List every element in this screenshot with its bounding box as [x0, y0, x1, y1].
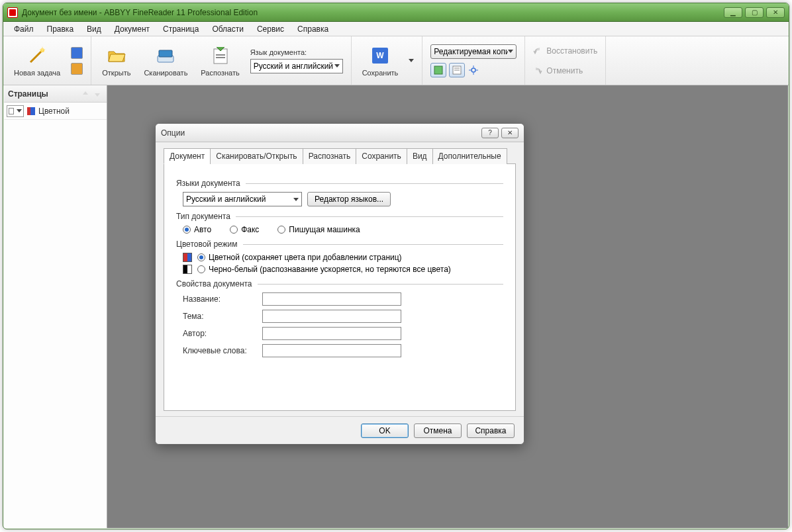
doc-lang-select[interactable]: Русский и английский	[183, 192, 302, 206]
move-down-icon[interactable]	[92, 89, 103, 99]
chevron-down-icon	[17, 109, 22, 112]
dialog-tabs: Документ Сканировать/Открыть Распознать …	[164, 148, 516, 164]
tab-save[interactable]: Сохранить	[356, 148, 407, 164]
tab-recognize[interactable]: Распознать	[303, 148, 357, 164]
radio-icon	[197, 265, 205, 273]
chevron-down-icon	[334, 64, 340, 67]
window-title: Документ без имени - ABBYY FineReader 11…	[22, 8, 258, 17]
prop-author-input[interactable]	[262, 327, 401, 340]
scan-label: Сканировать	[144, 69, 187, 77]
menu-service[interactable]: Сервис	[252, 23, 289, 35]
svg-point-13	[471, 68, 475, 72]
dialog-footer: OK Отмена Справка	[156, 416, 524, 444]
doc-lang-select[interactable]: Русский и английский	[250, 59, 343, 73]
radio-typewriter[interactable]: Пишущая машинка	[277, 225, 360, 234]
svg-rect-9	[434, 66, 442, 74]
menu-help[interactable]: Справка	[292, 23, 334, 35]
pages-view-row: Цветной	[4, 103, 107, 120]
save-label: Сохранить	[362, 69, 399, 77]
tab-panel-document: Языки документа Русский и английский Ред…	[164, 164, 516, 411]
cancel-dialog-button[interactable]: Отмена	[414, 423, 462, 438]
ok-button[interactable]: OK	[361, 423, 409, 438]
bw-swatch-icon	[183, 265, 192, 274]
redo-icon	[533, 66, 542, 75]
dialog-help-button[interactable]: ?	[481, 128, 499, 138]
radio-icon	[183, 226, 191, 234]
minimize-button[interactable]: ▁	[724, 7, 742, 18]
menubar: Файл Правка Вид Документ Страница Област…	[3, 22, 789, 36]
dialog-titlebar[interactable]: Опции ? ✕	[156, 124, 524, 142]
toolbar: Новая задача Открыть Сканировать Распозн…	[3, 36, 789, 85]
prop-subject-input[interactable]	[262, 310, 401, 323]
image-icon	[434, 66, 443, 75]
chevron-down-icon	[293, 198, 299, 201]
group-props-label: Свойства документа	[176, 279, 503, 288]
radio-bw[interactable]: Черно-белый (распознавание ускоряется, н…	[197, 265, 451, 274]
new-task-label: Новая задача	[14, 69, 60, 77]
menu-page[interactable]: Страница	[158, 23, 204, 35]
recognize-icon	[210, 45, 231, 66]
titlebar[interactable]: Документ без имени - ABBYY FineReader 11…	[3, 3, 789, 22]
prop-title-label: Название:	[183, 294, 262, 304]
menu-areas[interactable]: Области	[207, 23, 249, 35]
settings-icon[interactable]	[468, 63, 479, 77]
menu-document[interactable]: Документ	[109, 23, 155, 35]
tab-document[interactable]: Документ	[164, 148, 211, 164]
recognize-label: Распознать	[201, 69, 239, 77]
output-mode-value: Редактируемая копи	[434, 47, 508, 56]
move-up-icon[interactable]	[80, 89, 91, 99]
pages-panel-title: Страницы	[8, 89, 48, 99]
chevron-down-icon	[508, 50, 513, 53]
save-dropdown-icon[interactable]	[409, 59, 414, 62]
prop-author-label: Автор:	[183, 329, 262, 338]
view-text-toggle[interactable]	[449, 63, 465, 77]
word-doc-icon: W	[370, 45, 391, 66]
color-mode-icon	[26, 107, 36, 116]
scanner-icon	[155, 45, 176, 66]
radio-auto[interactable]: Авто	[183, 225, 211, 234]
save-button[interactable]: W Сохранить	[360, 42, 401, 79]
scan-button[interactable]: Сканировать	[141, 42, 190, 79]
tab-view[interactable]: Вид	[407, 148, 433, 164]
cancel-label: Отменить	[546, 66, 583, 75]
maximize-button[interactable]: ▢	[745, 7, 764, 18]
tab-additional[interactable]: Дополнительные	[432, 148, 507, 164]
menu-edit[interactable]: Правка	[42, 23, 79, 35]
tab-scan-open[interactable]: Сканировать/Открыть	[210, 148, 303, 164]
svg-rect-19	[30, 107, 35, 115]
svg-rect-6	[216, 57, 225, 58]
thumb-size-select[interactable]	[7, 105, 24, 117]
pages-panel: Страницы Цветной	[4, 85, 107, 528]
close-button[interactable]: ✕	[766, 7, 785, 18]
dialog-close-button[interactable]: ✕	[501, 128, 519, 138]
radio-fax[interactable]: Факс	[230, 225, 259, 234]
menu-file[interactable]: Файл	[9, 23, 39, 35]
pages-panel-header: Страницы	[4, 85, 107, 103]
open-button[interactable]: Открыть	[99, 42, 133, 79]
page-icon[interactable]	[71, 47, 83, 59]
radio-icon	[197, 253, 205, 261]
recognize-button[interactable]: Распознать	[198, 42, 242, 79]
help-dialog-button[interactable]: Справка	[467, 423, 515, 438]
lang-editor-button[interactable]: Редактор языков...	[307, 192, 391, 206]
doc-lang-label: Язык документа:	[250, 48, 343, 56]
prop-keywords-label: Ключевые слова:	[183, 346, 262, 355]
folder-open-icon	[106, 45, 127, 66]
prop-keywords-input[interactable]	[262, 344, 401, 357]
radio-icon	[230, 226, 238, 234]
page-dup-icon[interactable]	[71, 63, 83, 75]
svg-text:W: W	[376, 51, 384, 60]
restore-label: Восстановить	[546, 46, 597, 56]
menu-view[interactable]: Вид	[81, 23, 107, 35]
output-mode-select[interactable]: Редактируемая копи	[430, 44, 517, 59]
view-image-toggle[interactable]	[430, 63, 446, 77]
new-task-button[interactable]: Новая задача	[11, 42, 63, 79]
wand-icon	[26, 45, 48, 66]
radio-icon	[277, 226, 285, 234]
pages-view-mode[interactable]: Цветной	[38, 107, 70, 116]
doc-lang-value: Русский и английский	[186, 195, 266, 204]
prop-title-input[interactable]	[262, 292, 401, 306]
radio-color[interactable]: Цветной (сохраняет цвета при добавлении …	[197, 253, 402, 262]
color-swatch-icon	[183, 253, 192, 262]
text-icon	[452, 66, 462, 75]
